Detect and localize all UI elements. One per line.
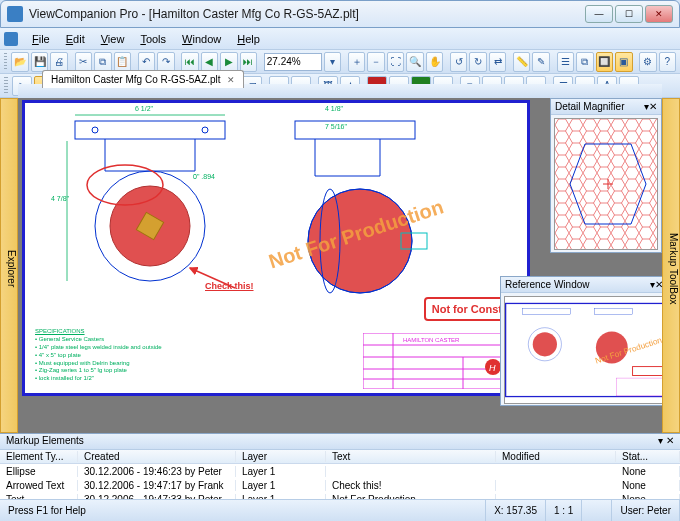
window-title: ViewCompanion Pro - [Hamilton Caster Mfg… bbox=[29, 7, 585, 21]
copy-button[interactable]: ⧉ bbox=[94, 52, 112, 72]
nav-next-button[interactable]: ▶ bbox=[220, 52, 238, 72]
reference-view[interactable]: Not For Production bbox=[504, 296, 662, 404]
main-area: Explorer 6 1/2" 4 7/8" 0" .894 bbox=[0, 98, 680, 433]
col-type: Element Ty... bbox=[0, 451, 78, 462]
svg-point-29 bbox=[533, 332, 557, 356]
file-tab-label: Hamilton Caster Mfg Co R-GS-5AZ.plt bbox=[51, 74, 221, 85]
nav-first-button[interactable]: ⏮ bbox=[181, 52, 199, 72]
paste-button[interactable]: 📋 bbox=[114, 52, 132, 72]
compare-button[interactable]: ⧉ bbox=[576, 52, 594, 72]
dim-side-width: 4 1/8" bbox=[325, 105, 343, 112]
title-block: HAMILTON CASTER H bbox=[363, 333, 523, 389]
file-tab[interactable]: Hamilton Caster Mfg Co R-GS-5AZ.plt ✕ bbox=[42, 70, 244, 88]
magnifier-view[interactable] bbox=[554, 118, 658, 250]
table-row[interactable]: Ellipse30.12.2006 - 19:46:23 by PeterLay… bbox=[0, 464, 680, 478]
print-button[interactable]: 🖨 bbox=[50, 52, 68, 72]
status-progress bbox=[582, 500, 612, 521]
work-area[interactable]: 6 1/2" 4 7/8" 0" .894 4 1/8" 7 5/16" Not… bbox=[18, 98, 662, 433]
magnifier-toggle[interactable]: 🔲 bbox=[596, 52, 614, 72]
markup-panel-controls[interactable]: ▾ ✕ bbox=[658, 435, 674, 448]
zoom-combo[interactable] bbox=[264, 53, 322, 71]
mirror-button[interactable]: ⇄ bbox=[489, 52, 507, 72]
caster-side-view bbox=[275, 111, 475, 311]
toolbar-grip-2[interactable] bbox=[4, 77, 8, 95]
status-help: Press F1 for Help bbox=[0, 500, 486, 521]
svg-text:H: H bbox=[489, 363, 496, 373]
system-menu-icon[interactable] bbox=[4, 32, 18, 46]
reference-window-panel[interactable]: Reference Window▾✕ Not For Production bbox=[500, 276, 662, 406]
dim-top-width: 6 1/2" bbox=[135, 105, 153, 112]
maximize-button[interactable]: ☐ bbox=[615, 5, 643, 23]
status-user: User: Peter bbox=[612, 500, 680, 521]
col-status: Stat... bbox=[616, 451, 680, 462]
open-button[interactable]: 📂 bbox=[11, 52, 29, 72]
pan-button[interactable]: ✋ bbox=[426, 52, 444, 72]
spec-title: SPECIFICATIONS bbox=[35, 328, 162, 336]
col-text: Text bbox=[326, 451, 496, 462]
table-row[interactable]: Arrowed Text30.12.2006 - 19:47:17 by Fra… bbox=[0, 478, 680, 492]
svg-point-1 bbox=[92, 127, 98, 133]
redo-button[interactable]: ↷ bbox=[157, 52, 175, 72]
tab-strip: Hamilton Caster Mfg Co R-GS-5AZ.plt ✕ bbox=[18, 84, 662, 98]
ellipse-markup[interactable] bbox=[85, 163, 165, 208]
markup-button[interactable]: ✎ bbox=[532, 52, 550, 72]
titlebar: ViewCompanion Pro - [Hamilton Caster Mfg… bbox=[0, 0, 680, 28]
svg-rect-34 bbox=[617, 378, 662, 396]
svg-rect-35 bbox=[633, 367, 662, 376]
specifications-block: SPECIFICATIONS • General Service Casters… bbox=[35, 328, 162, 383]
reference-title: Reference Window bbox=[505, 279, 589, 290]
detail-magnifier-panel[interactable]: Detail Magnifier▾✕ bbox=[550, 98, 662, 253]
magnifier-title: Detail Magnifier bbox=[555, 101, 624, 112]
menu-help[interactable]: Help bbox=[229, 31, 268, 47]
zoom-in-button[interactable]: ＋ bbox=[348, 52, 366, 72]
menu-file[interactable]: File bbox=[24, 31, 58, 47]
menu-edit[interactable]: Edit bbox=[58, 31, 93, 47]
rotate-left-button[interactable]: ↺ bbox=[450, 52, 468, 72]
layers-button[interactable]: ☰ bbox=[557, 52, 575, 72]
menu-window[interactable]: Window bbox=[174, 31, 229, 47]
tab-close-icon[interactable]: ✕ bbox=[227, 75, 235, 85]
settings-button[interactable]: ⚙ bbox=[639, 52, 657, 72]
dim-side-total: 7 5/16" bbox=[325, 123, 347, 130]
svg-text:HAMILTON CASTER: HAMILTON CASTER bbox=[403, 337, 460, 343]
svg-point-13 bbox=[87, 165, 163, 205]
help-button[interactable]: ? bbox=[659, 52, 677, 72]
nav-last-button[interactable]: ⏭ bbox=[240, 52, 258, 72]
minimize-button[interactable]: — bbox=[585, 5, 613, 23]
dim-left-height: 4 7/8" bbox=[51, 195, 69, 202]
rotate-right-button[interactable]: ↻ bbox=[469, 52, 487, 72]
col-created: Created bbox=[78, 451, 236, 462]
markup-table-header[interactable]: Element Ty... Created Layer Text Modifie… bbox=[0, 450, 680, 464]
menubar: File Edit View Tools Window Help bbox=[0, 28, 680, 50]
svg-rect-30 bbox=[523, 309, 571, 315]
col-modified: Modified bbox=[496, 451, 616, 462]
markup-toolbox-tab[interactable]: Markup ToolBox bbox=[662, 98, 680, 433]
menu-tools[interactable]: Tools bbox=[132, 31, 174, 47]
zoom-out-button[interactable]: － bbox=[367, 52, 385, 72]
nav-prev-button[interactable]: ◀ bbox=[201, 52, 219, 72]
markup-panel-title: Markup Elements bbox=[6, 435, 84, 448]
svg-point-2 bbox=[202, 127, 208, 133]
toolbar-grip[interactable] bbox=[4, 53, 7, 71]
magnifier-options-icon[interactable]: ▾✕ bbox=[644, 101, 657, 112]
menu-view[interactable]: View bbox=[93, 31, 133, 47]
drawing-canvas[interactable]: 6 1/2" 4 7/8" 0" .894 4 1/8" 7 5/16" Not… bbox=[22, 100, 530, 396]
status-ratio: 1 : 1 bbox=[546, 500, 582, 521]
save-button[interactable]: 💾 bbox=[31, 52, 49, 72]
zoom-dropdown[interactable]: ▾ bbox=[324, 52, 342, 72]
svg-rect-32 bbox=[594, 309, 632, 315]
reference-options-icon[interactable]: ▾✕ bbox=[650, 279, 662, 290]
reference-toggle[interactable]: ▣ bbox=[615, 52, 633, 72]
cut-button[interactable]: ✂ bbox=[75, 52, 93, 72]
undo-button[interactable]: ↶ bbox=[138, 52, 156, 72]
markup-elements-panel: Markup Elements▾ ✕ Element Ty... Created… bbox=[0, 433, 680, 499]
svg-rect-8 bbox=[295, 121, 415, 139]
status-x: X: 157.35 bbox=[486, 500, 546, 521]
zoom-region-button[interactable]: 🔍 bbox=[406, 52, 424, 72]
status-bar: Press F1 for Help X: 157.35 1 : 1 User: … bbox=[0, 499, 680, 521]
measure-button[interactable]: 📏 bbox=[513, 52, 531, 72]
arrow-markup[interactable] bbox=[185, 263, 245, 293]
explorer-tab[interactable]: Explorer bbox=[0, 98, 18, 433]
zoom-fit-button[interactable]: ⛶ bbox=[387, 52, 405, 72]
close-button[interactable]: ✕ bbox=[645, 5, 673, 23]
